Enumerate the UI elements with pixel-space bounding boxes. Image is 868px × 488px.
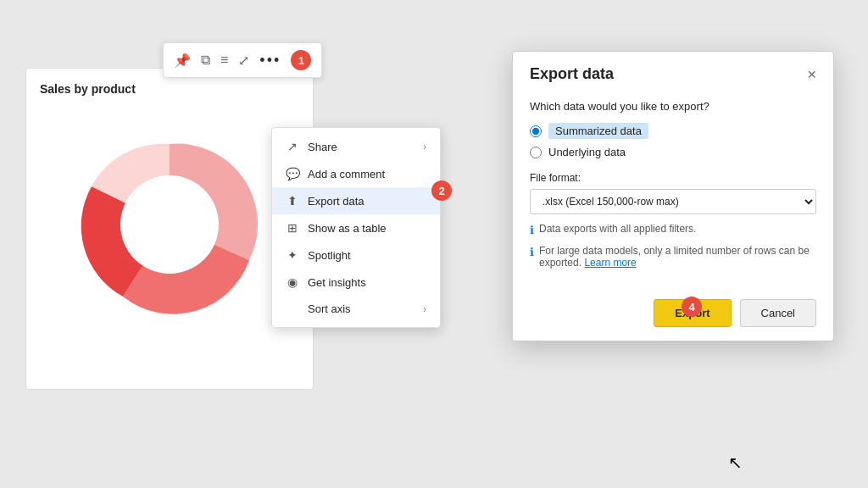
info-text-1: Data exports with all applied filters. xyxy=(539,223,696,235)
menu-item-show-table-label: Show as a table xyxy=(308,222,387,235)
info-row-2: ℹ For large data models, only a limited … xyxy=(530,245,816,269)
chart-panel: Sales by product xyxy=(25,68,314,390)
radio-underlying[interactable]: Underlying data xyxy=(530,146,816,158)
info-icon-1: ℹ xyxy=(530,224,534,236)
menu-item-share[interactable]: ↗ Share › xyxy=(272,133,440,160)
menu-item-comment[interactable]: 💬 Add a comment xyxy=(272,160,440,187)
menu-item-export-label: Export data xyxy=(308,195,364,208)
pin-icon[interactable]: 📌 xyxy=(174,53,191,69)
file-format-label: File format: xyxy=(530,172,816,184)
mouse-cursor: ↖ xyxy=(728,452,743,473)
expand-icon[interactable]: ⤢ xyxy=(238,53,249,69)
info-icon-2: ℹ xyxy=(530,246,534,258)
share-arrow-icon: › xyxy=(423,141,426,152)
context-menu: ↗ Share › 💬 Add a comment ⬆ Export data … xyxy=(271,127,441,328)
radio-underlying-label: Underlying data xyxy=(548,146,626,158)
dialog-body: Which data would you like to export? Sum… xyxy=(513,90,833,286)
chart-title: Sales by product xyxy=(40,82,299,96)
menu-item-spotlight[interactable]: ✦ Spotlight xyxy=(272,241,440,269)
radio-underlying-input[interactable] xyxy=(530,147,542,158)
step-1-badge: 1 xyxy=(291,50,311,70)
export-question: Which data would you like to export? xyxy=(530,100,816,113)
donut-svg xyxy=(76,131,263,318)
step-2-badge: 2 xyxy=(431,180,452,201)
copy-icon[interactable]: ⧉ xyxy=(201,53,210,68)
menu-item-sort[interactable]: Sort axis › xyxy=(272,296,440,322)
table-icon: ⊞ xyxy=(286,221,299,235)
menu-item-show-table[interactable]: ⊞ Show as a table xyxy=(272,214,440,241)
comment-icon: 💬 xyxy=(286,167,299,180)
info-text-2: For large data models, only a limited nu… xyxy=(539,245,816,269)
data-type-radio-group: Summarized data 3 Underlying data xyxy=(530,123,816,158)
menu-item-share-label: Share xyxy=(308,141,337,153)
learn-more-link[interactable]: Learn more xyxy=(584,257,636,269)
dialog-footer: Export Cancel xyxy=(513,286,833,341)
export-icon: ⬆ xyxy=(286,194,299,208)
export-dialog: Export data × Which data would you like … xyxy=(512,51,834,341)
svg-point-0 xyxy=(120,175,219,274)
share-icon: ↗ xyxy=(286,140,299,153)
menu-item-insights[interactable]: ◉ Get insights xyxy=(272,269,440,296)
main-background: Sales by product 📌 ⧉ ≡ ⤢ ••• 1 xyxy=(0,0,868,488)
dialog-title: Export data xyxy=(530,65,614,83)
menu-item-spotlight-label: Spotlight xyxy=(308,249,351,262)
close-button[interactable]: × xyxy=(807,67,816,82)
menu-item-export[interactable]: ⬆ Export data 2 xyxy=(272,187,440,214)
menu-item-insights-label: Get insights xyxy=(308,276,366,289)
cancel-button[interactable]: Cancel xyxy=(740,299,816,327)
radio-summarized-input[interactable] xyxy=(530,125,542,137)
info-row-1: ℹ Data exports with all applied filters. xyxy=(530,223,816,236)
toolbar-popup: 📌 ⧉ ≡ ⤢ ••• 1 xyxy=(163,42,322,78)
dialog-header: Export data × xyxy=(513,52,833,90)
radio-summarized[interactable]: Summarized data 3 xyxy=(530,123,816,139)
filter-icon[interactable]: ≡ xyxy=(220,53,228,68)
donut-chart xyxy=(40,106,299,343)
spotlight-icon: ✦ xyxy=(286,248,299,262)
menu-item-sort-label: Sort axis xyxy=(308,302,351,315)
more-options-button[interactable]: ••• xyxy=(259,52,281,69)
radio-summarized-label: Summarized data xyxy=(548,123,648,139)
step-4-badge: 4 xyxy=(682,297,702,317)
file-format-select[interactable]: .xlsx (Excel 150,000-row max) xyxy=(530,189,816,214)
sort-arrow-icon: › xyxy=(423,303,426,315)
insights-icon: ◉ xyxy=(286,275,299,289)
menu-item-comment-label: Add a comment xyxy=(308,168,385,180)
